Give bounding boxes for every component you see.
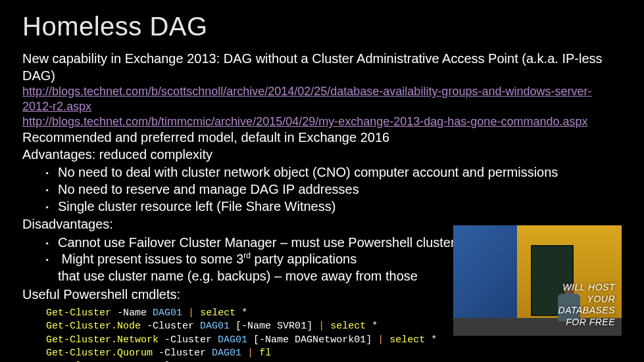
- ps-cmd: Get-Cluster.Quorum: [46, 348, 153, 359]
- dis-2-part-b: party applications: [251, 252, 357, 266]
- ps-cmd: Get-Cluster.Node: [46, 321, 141, 332]
- image-caption: WILL HOST YOUR DATABASES FOR FREE: [558, 282, 615, 328]
- ps-pipe: |: [188, 307, 194, 319]
- ps-cmd: fl: [259, 348, 271, 359]
- slide-title: Homeless DAG: [22, 12, 622, 41]
- ps-param: -Cluster: [159, 348, 206, 359]
- ps-star: *: [241, 307, 247, 319]
- link-technet-1[interactable]: http://blogs.technet.com/b/scottschnoll/…: [22, 84, 622, 114]
- advantages-list: No need to deal with cluster network obj…: [46, 164, 622, 215]
- ps-cmd: Get-Cluster: [46, 307, 111, 319]
- ps-pipe: |: [247, 348, 253, 359]
- ps-param: -Cluster: [147, 321, 194, 332]
- ps-param: -Cluster: [164, 334, 212, 346]
- recommended-line: Recommended and preferred model, default…: [22, 129, 622, 147]
- ps-star: *: [372, 321, 378, 332]
- ps-cmd: select: [330, 321, 366, 332]
- ps-arg: DAG01: [153, 307, 182, 319]
- ps-arg: DAG01: [212, 348, 241, 359]
- ps-pipe: |: [378, 334, 384, 346]
- ps-arg: DAG01: [200, 321, 230, 332]
- dis-2-part-a: Might present issues to some 3: [62, 252, 244, 266]
- intro-line: New capability in Exchange 2013: DAG wit…: [22, 51, 622, 84]
- advantage-item: No need to deal with cluster network obj…: [46, 164, 622, 181]
- slide: Homeless DAG New capability in Exchange …: [0, 0, 644, 362]
- ps-pipe: |: [318, 321, 324, 332]
- caption-line: WILL HOST: [562, 282, 615, 292]
- ps-bracket: [-Name SVR01]: [235, 321, 312, 332]
- ps-param: -Name: [117, 307, 147, 319]
- dis-2-part-c: that use cluster name (e.g. backups) – m…: [58, 269, 418, 283]
- advantage-item: Single cluster resource left (File Share…: [46, 198, 622, 215]
- dis-2-sup: rd: [243, 252, 251, 261]
- ps-star: *: [431, 334, 437, 346]
- caption-line: DATABASES: [558, 305, 615, 315]
- homeless-image: WILL HOST YOUR DATABASES FOR FREE: [453, 225, 622, 336]
- advantages-heading: Advantages: reduced complexity: [22, 147, 622, 164]
- ps-cmd: Get-Cluster.Network: [46, 334, 159, 346]
- ps-arg: DAG01: [218, 334, 247, 346]
- link-technet-2[interactable]: http://blogs.technet.com/b/timmcmic/arch…: [22, 114, 622, 129]
- ps-cmd: select: [389, 334, 425, 346]
- caption-line: YOUR: [587, 294, 615, 304]
- ps-bracket: [-Name DAGNetwork01]: [253, 334, 372, 346]
- ps-cmd: select: [200, 307, 235, 319]
- advantage-item: No need to reserve and manage DAG IP add…: [46, 181, 622, 198]
- caption-line: FOR FREE: [566, 317, 615, 327]
